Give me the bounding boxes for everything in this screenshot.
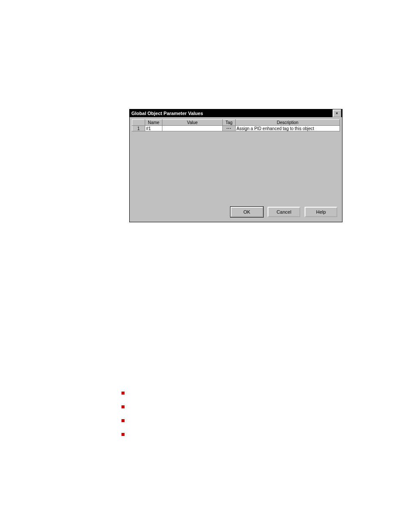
bullet-icon [121,405,125,408]
col-header-index[interactable] [132,120,145,126]
cell-description[interactable]: Assign a PID enhanced tag to this object [236,126,340,131]
titlebar: Global Object Parameter Values × [130,109,342,117]
ok-button[interactable]: OK [230,207,263,217]
help-button[interactable]: Help [305,207,337,217]
row-index[interactable]: 1 [132,126,145,131]
parameters-grid: Name Value Tag Description 1 #1 ··· Assi… [132,119,340,131]
col-header-name[interactable]: Name [145,120,162,126]
tag-browse-button[interactable]: ··· [223,126,236,131]
close-button[interactable]: × [333,109,341,117]
dialog-button-row: OK Cancel Help [230,207,337,217]
bullet-list [121,392,125,447]
dialog-title: Global Object Parameter Values [131,111,332,116]
global-object-parameter-values-dialog: Global Object Parameter Values × Name Va… [129,109,342,222]
cancel-button[interactable]: Cancel [268,207,300,217]
cell-value[interactable] [162,126,223,131]
col-header-value[interactable]: Value [162,120,223,126]
cell-name[interactable]: #1 [145,126,162,131]
table-row: 1 #1 ··· Assign a PID enhanced tag to th… [132,126,340,131]
col-header-description[interactable]: Description [236,120,340,126]
bullet-icon [121,392,125,395]
grid-header-row: Name Value Tag Description [132,120,340,126]
dialog-client-area: Name Value Tag Description 1 #1 ··· Assi… [132,119,340,220]
bullet-icon [121,419,125,422]
bullet-icon [121,433,125,436]
col-header-tag[interactable]: Tag [223,120,236,126]
close-icon: × [336,112,338,115]
